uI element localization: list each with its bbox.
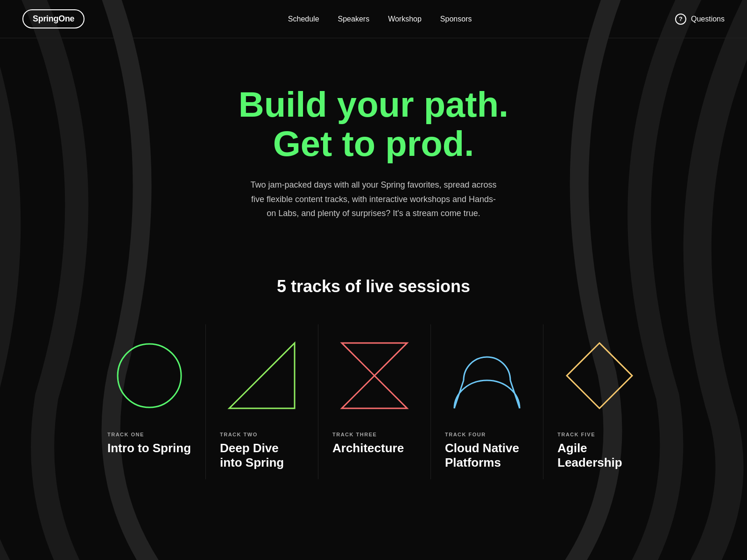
track-four-icon bbox=[445, 334, 529, 418]
questions-label: Questions bbox=[691, 15, 725, 23]
svg-line-5 bbox=[510, 380, 520, 408]
question-icon: ? bbox=[675, 14, 686, 25]
track-four-number: TRACK FOUR bbox=[445, 432, 486, 437]
hero-heading: Build your path. Get to prod. bbox=[19, 85, 728, 163]
svg-marker-6 bbox=[567, 343, 632, 408]
svg-point-0 bbox=[118, 344, 181, 407]
nav-sponsors[interactable]: Sponsors bbox=[440, 15, 472, 23]
track-five-name: Agile Leadership bbox=[557, 441, 641, 470]
track-one: TRACK ONE Intro to Spring bbox=[93, 324, 205, 479]
svg-marker-3 bbox=[342, 376, 407, 408]
track-four-name: Cloud Native Platforms bbox=[445, 441, 529, 470]
track-one-name: Intro to Spring bbox=[107, 441, 191, 455]
track-two-number: TRACK TWO bbox=[220, 432, 258, 437]
tracks-grid: TRACK ONE Intro to Spring TRACK TWO Deep… bbox=[93, 324, 654, 479]
logo[interactable]: SpringOne bbox=[22, 9, 85, 28]
nav-speakers[interactable]: Speakers bbox=[338, 15, 370, 23]
nav-workshop[interactable]: Workshop bbox=[388, 15, 422, 23]
svg-line-4 bbox=[454, 380, 464, 408]
track-five-icon bbox=[557, 334, 641, 418]
svg-marker-2 bbox=[342, 343, 407, 376]
track-one-number: TRACK ONE bbox=[107, 432, 144, 437]
track-two-name: Deep Dive into Spring bbox=[220, 441, 304, 470]
track-five: TRACK FIVE Agile Leadership bbox=[543, 324, 655, 479]
track-one-icon bbox=[107, 334, 191, 418]
track-four: TRACK FOUR Cloud Native Platforms bbox=[430, 324, 543, 479]
track-two-icon bbox=[220, 334, 304, 418]
tracks-heading: 5 tracks of live sessions bbox=[19, 277, 728, 296]
hero-heading-line2: Get to prod. bbox=[273, 124, 474, 163]
tracks-section: 5 tracks of live sessions TRACK ONE Intr… bbox=[0, 249, 747, 517]
svg-marker-1 bbox=[229, 343, 295, 408]
nav-questions[interactable]: ? Questions bbox=[675, 14, 725, 25]
nav-schedule[interactable]: Schedule bbox=[288, 15, 319, 23]
hero-section: Build your path. Get to prod. Two jam-pa… bbox=[0, 38, 747, 249]
navbar: SpringOne Schedule Speakers Workshop Spo… bbox=[0, 0, 747, 38]
track-three-number: TRACK THREE bbox=[332, 432, 377, 437]
nav-links: Schedule Speakers Workshop Sponsors bbox=[288, 15, 472, 23]
hero-heading-line1: Build your path. bbox=[239, 84, 508, 124]
track-three: TRACK THREE Architecture bbox=[318, 324, 430, 479]
logo-text: SpringOne bbox=[33, 14, 74, 23]
track-five-number: TRACK FIVE bbox=[557, 432, 595, 437]
track-two: TRACK TWO Deep Dive into Spring bbox=[205, 324, 318, 479]
hero-subtext: Two jam-packed days with all your Spring… bbox=[247, 178, 500, 221]
track-three-name: Architecture bbox=[332, 441, 404, 455]
track-three-icon bbox=[332, 334, 416, 418]
